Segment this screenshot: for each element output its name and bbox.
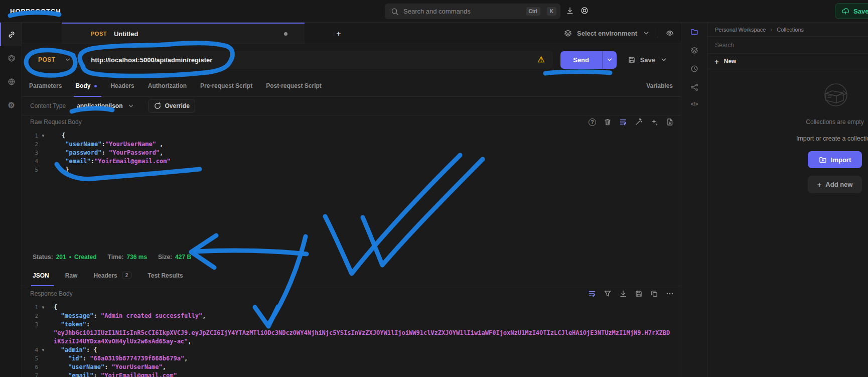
tab-post-request-script[interactable]: Post-request Script: [266, 75, 322, 96]
wrap-lines-icon[interactable]: [619, 118, 627, 126]
download-response-icon[interactable]: [619, 290, 627, 298]
add-new-button[interactable]: + Add new: [808, 176, 862, 193]
send-button[interactable]: Send: [560, 51, 617, 69]
copy-icon[interactable]: [650, 290, 658, 298]
response-tab-test-results[interactable]: Test Results: [148, 265, 183, 286]
more-icon[interactable]: [666, 290, 674, 298]
request-tab[interactable]: POST Untitled: [62, 23, 305, 44]
save-response-icon[interactable]: [635, 290, 643, 298]
status-code: 201: [56, 254, 66, 261]
fold-spacer: [38, 140, 48, 149]
new-collection-button[interactable]: + New: [708, 54, 868, 69]
unsaved-dot: [284, 32, 287, 36]
method-select[interactable]: POST: [31, 56, 78, 64]
request-tab-strip: POST Untitled + Select environment: [22, 23, 681, 44]
search-icon: [391, 8, 399, 16]
content-type-value: application/json: [77, 102, 122, 109]
sidebar-item-realtime[interactable]: [0, 70, 22, 93]
code-line[interactable]: 5 }: [22, 166, 681, 174]
line-number: 5: [22, 354, 38, 363]
code-snippet-icon[interactable]: </>: [691, 102, 698, 107]
kbd-ctrl: Ctrl: [526, 7, 540, 16]
override-button[interactable]: Override: [148, 99, 195, 113]
code-line[interactable]: 3 "password": "YourPassword",: [22, 149, 681, 157]
tab-variables[interactable]: Variables: [646, 75, 673, 96]
sidebar-item-rest[interactable]: [0, 23, 22, 46]
code-line[interactable]: 1▼{: [22, 303, 681, 312]
plus-icon: +: [337, 30, 341, 37]
unsaved-body-dot: [94, 85, 97, 87]
tab-authorization[interactable]: Authorization: [148, 75, 187, 96]
url-input[interactable]: http://localhost:5000/api/admin/register: [78, 56, 537, 64]
right-icon-strip: </>: [681, 23, 707, 377]
help-icon[interactable]: [581, 7, 589, 15]
workspace-save-button[interactable]: Save: [835, 3, 868, 19]
code-text: }: [48, 166, 69, 174]
status-badge: Status: 201 • Created: [33, 254, 97, 261]
breadcrumb-workspace[interactable]: Personal Workspace: [715, 27, 766, 33]
clean-wand-icon[interactable]: [635, 118, 643, 126]
code-text: "eyJhbGciOiJIUzI1NiIsInR5cCI6IkpXVCJ9.ey…: [48, 329, 670, 337]
command-search[interactable]: Search and commands Ctrl K: [385, 4, 560, 19]
download-icon[interactable]: [566, 7, 574, 15]
response-tab-json[interactable]: JSON: [33, 265, 49, 286]
code-text: {: [48, 303, 57, 312]
code-line[interactable]: 6 "userName": "YourUserName",: [22, 363, 681, 371]
tab-pre-request-script[interactable]: Pre-request Script: [200, 75, 252, 96]
environment-selector[interactable]: Select environment: [564, 23, 681, 44]
tab-body[interactable]: Body: [75, 75, 97, 96]
fold-spacer: [38, 166, 48, 174]
collections-search-input[interactable]: Search: [708, 37, 868, 54]
line-number: 2: [22, 140, 38, 149]
response-body-viewer[interactable]: 1▼{2 "message": "Admin created successfu…: [22, 301, 681, 377]
sidebar-item-graphql[interactable]: [0, 46, 22, 70]
tab-parameters[interactable]: Parameters: [29, 75, 62, 96]
prettify-icon[interactable]: [650, 118, 658, 126]
eye-icon[interactable]: [666, 29, 674, 37]
code-text: "userName": "YourUserName",: [48, 363, 166, 371]
response-tab-label: JSON: [33, 272, 49, 279]
new-tab-button[interactable]: +: [330, 23, 347, 44]
response-tab-label: Test Results: [148, 272, 183, 279]
request-body-editor[interactable]: 1▼{2 "userName":"YourUserName" ,3 "passw…: [22, 129, 681, 249]
content-type-select[interactable]: application/json: [77, 102, 134, 110]
code-line[interactable]: iK5ziIJ4UYDxa4XvOH4ylUx2w6sAd65ay-ac",: [22, 337, 681, 346]
code-line[interactable]: 2 "userName":"YourUserName" ,: [22, 140, 681, 149]
fold-arrow-icon[interactable]: ▼: [38, 346, 48, 354]
tab-label: Authorization: [148, 82, 187, 89]
help-circle-icon[interactable]: ?: [589, 118, 596, 126]
trash-icon[interactable]: [604, 118, 612, 126]
chevron-down-icon: [64, 56, 72, 64]
sidebar-item-settings[interactable]: ⚙: [0, 93, 22, 117]
code-line[interactable]: 1▼{: [22, 132, 681, 140]
save-request-button[interactable]: Save: [624, 56, 672, 64]
share-icon[interactable]: [690, 83, 698, 91]
code-line[interactable]: 4▼ "admin": {: [22, 346, 681, 354]
fold-arrow-icon[interactable]: ▼: [38, 132, 48, 140]
filter-icon[interactable]: [604, 290, 612, 298]
response-tab-raw[interactable]: Raw: [65, 265, 78, 286]
breadcrumb-collections[interactable]: Collections: [777, 27, 804, 33]
save-file-icon[interactable]: [666, 118, 674, 126]
collections-folder-icon[interactable]: [690, 28, 698, 36]
environments-icon[interactable]: [690, 46, 698, 54]
history-clock-icon[interactable]: [690, 65, 698, 73]
send-options-chevron-icon[interactable]: [602, 51, 617, 69]
headers-count-badge: 2: [122, 272, 132, 279]
response-tab-headers[interactable]: Headers2: [93, 265, 131, 286]
method-value: POST: [38, 56, 55, 63]
request-section-tabs: ParametersBodyHeadersAuthorizationPre-re…: [22, 75, 681, 97]
code-line[interactable]: "eyJhbGciOiJIUzI1NiIsInR5cCI6IkpXVCJ9.ey…: [22, 329, 681, 337]
import-button[interactable]: Import: [808, 151, 862, 168]
code-line[interactable]: 5 "id": "68a0319b8774739f868b679a",: [22, 354, 681, 363]
fold-arrow-icon[interactable]: ▼: [38, 303, 48, 312]
code-line[interactable]: 4 "email":"YoirEmail@gmail.com": [22, 157, 681, 166]
code-line[interactable]: 3 "token":: [22, 320, 681, 329]
tab-headers[interactable]: Headers: [110, 75, 134, 96]
code-line[interactable]: 2 "message": "Admin created successfully…: [22, 312, 681, 320]
line-number: [22, 329, 38, 337]
code-line[interactable]: 7 "email": "YoirEmail@gmail.com": [22, 371, 681, 377]
wrap-lines-icon[interactable]: [588, 290, 596, 298]
code-text: "password": "YourPassword",: [48, 149, 163, 157]
empty-state-hint: Import or create a collection: [796, 135, 868, 142]
